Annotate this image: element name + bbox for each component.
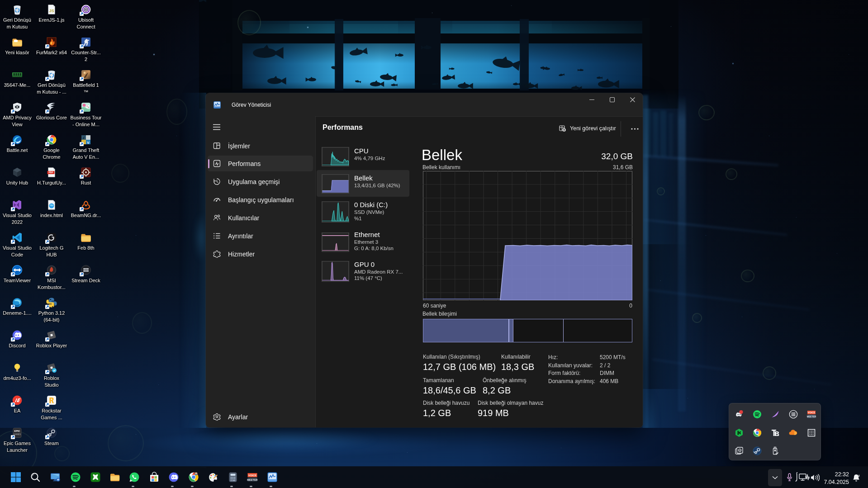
- svg-text:JS: JS: [49, 9, 54, 13]
- svg-text:MEETER: MEETER: [807, 415, 816, 418]
- svg-text:PDF: PDF: [49, 171, 53, 174]
- svg-text:V: V: [87, 141, 90, 145]
- svg-text:VOICE: VOICE: [248, 474, 257, 477]
- svg-text:EPIC: EPIC: [14, 430, 20, 432]
- svg-text:VOICE: VOICE: [808, 411, 816, 414]
- svg-text:z: z: [859, 474, 860, 477]
- svg-text:MEETER: MEETER: [247, 479, 257, 481]
